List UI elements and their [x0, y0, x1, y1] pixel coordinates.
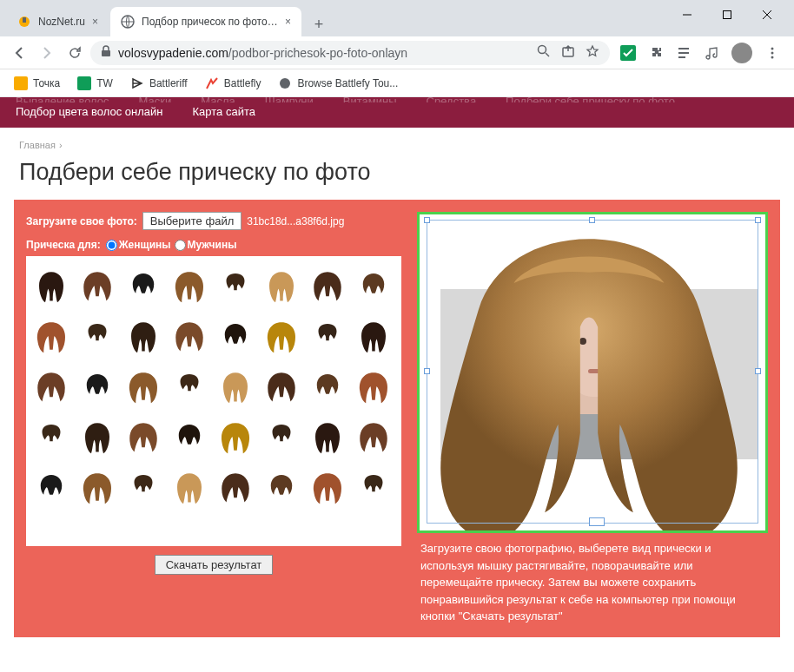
back-button[interactable] [7, 41, 31, 65]
hairstyle-thumbnail[interactable] [215, 312, 255, 360]
resize-handle[interactable] [424, 217, 430, 223]
bookmark-item[interactable]: Точка [7, 73, 67, 94]
svg-rect-7 [102, 50, 110, 56]
hairstyle-thumbnail[interactable] [215, 463, 255, 511]
hairstyle-thumbnail[interactable] [354, 261, 394, 310]
hairstyle-thumbnail[interactable] [123, 463, 163, 511]
hairstyle-thumbnail[interactable] [169, 463, 209, 511]
hairstyle-thumbnail[interactable] [77, 412, 117, 461]
hairstyle-thumbnail[interactable] [354, 412, 394, 461]
hairstyle-thumbnail[interactable] [261, 261, 301, 310]
file-choose-button[interactable]: Выберите файл [142, 212, 242, 230]
selection-box[interactable] [427, 220, 758, 524]
hairstyle-thumbnail[interactable] [308, 362, 347, 411]
hairstyle-thumbnail[interactable] [123, 261, 163, 310]
nav-item[interactable]: Маски [139, 97, 172, 102]
bookmark-star-icon[interactable] [586, 44, 599, 61]
profile-avatar[interactable] [731, 43, 752, 63]
nav-item[interactable]: Карта сайта [193, 102, 255, 121]
photo-preview[interactable] [417, 212, 768, 533]
hairstyle-thumbnail[interactable] [261, 362, 301, 411]
upload-label: Загрузите свое фото: [26, 215, 137, 227]
hairstyle-thumbnail[interactable] [123, 362, 163, 411]
hairstyle-thumbnail[interactable] [354, 463, 394, 511]
hairstyle-thumbnail[interactable] [31, 261, 71, 310]
hairstyle-thumbnail[interactable] [77, 362, 117, 411]
close-icon[interactable]: × [92, 16, 98, 28]
reading-list-icon[interactable] [676, 45, 691, 61]
hairstyle-thumbnail[interactable] [308, 463, 347, 511]
hairstyle-thumbnail[interactable] [169, 412, 209, 461]
forward-button[interactable] [35, 41, 59, 65]
hairstyle-thumbnail[interactable] [169, 362, 209, 411]
svg-point-20 [280, 78, 290, 89]
nav-item[interactable]: Подбор цвета волос онлайн [16, 102, 163, 121]
hairstyle-thumbnail[interactable] [169, 312, 209, 360]
uploaded-filename: 31bc18d...a38f6d.jpg [247, 215, 344, 227]
new-tab-button[interactable]: + [307, 12, 331, 36]
hairstyle-thumbnail[interactable] [31, 312, 71, 360]
hairstyle-thumbnail[interactable] [77, 312, 117, 360]
hairstyle-thumbnail[interactable] [77, 463, 117, 511]
hairstyle-thumbnail[interactable] [261, 312, 301, 360]
hairstyle-thumbnail[interactable] [77, 261, 117, 310]
nav-item[interactable]: Подбери себе прическу по фото [506, 97, 675, 102]
bookmark-item[interactable]: TW [70, 73, 120, 94]
hairstyle-thumbnail[interactable] [261, 412, 301, 461]
nav-item[interactable]: Витамины [343, 97, 397, 102]
hairstyle-thumbnail[interactable] [215, 362, 255, 411]
gender-women-radio[interactable] [106, 240, 117, 251]
menu-icon[interactable] [764, 45, 780, 61]
nav-item[interactable]: Шампуни [265, 97, 314, 102]
reload-button[interactable] [63, 41, 87, 65]
hairstyle-thumbnail[interactable] [308, 312, 347, 360]
search-icon[interactable] [537, 44, 551, 61]
hairstyle-thumbnail[interactable] [31, 463, 71, 511]
hairstyle-thumbnail[interactable] [169, 261, 209, 310]
bookmark-item[interactable]: Battleriff [123, 73, 195, 94]
breadcrumb-home[interactable]: Главная [19, 140, 56, 150]
nav-item[interactable]: Выпадение волос [16, 97, 109, 102]
hairstyle-thumbnail[interactable] [261, 463, 301, 511]
hairstyle-thumbnail[interactable] [215, 261, 255, 310]
share-icon[interactable] [561, 44, 575, 61]
hairstyle-thumbnail[interactable] [354, 362, 394, 411]
close-icon[interactable]: × [285, 16, 291, 28]
download-button[interactable]: Скачать результат [155, 555, 274, 575]
minimize-button[interactable] [667, 2, 707, 28]
resize-handle[interactable] [755, 368, 761, 374]
gender-women-label[interactable]: Женщины [119, 239, 171, 251]
resize-handle[interactable] [424, 368, 430, 374]
resize-handle[interactable] [755, 217, 761, 223]
hairstyle-thumbnail[interactable] [308, 412, 347, 461]
extensions-puzzle-icon[interactable] [648, 45, 664, 61]
hairstyle-thumbnail[interactable] [31, 362, 71, 411]
hairstyle-thumbnail[interactable] [215, 412, 255, 461]
hairstyle-thumbnail[interactable] [123, 312, 163, 360]
maximize-button[interactable] [707, 2, 747, 28]
svg-rect-4 [724, 11, 731, 19]
browser-tab-active[interactable]: Подбор причесок по фото онла × [110, 7, 301, 36]
browser-tab[interactable]: NozNet.ru × [7, 7, 109, 36]
gender-men-radio[interactable] [175, 240, 186, 251]
hairstyle-gallery[interactable] [26, 256, 401, 546]
gender-men-label[interactable]: Мужчины [188, 239, 237, 251]
hairstyle-thumbnail[interactable] [123, 412, 163, 461]
nav-item[interactable]: Масла [201, 97, 235, 102]
bookmark-item[interactable]: Battlefly [198, 73, 268, 94]
hairstyle-thumbnail[interactable] [308, 261, 347, 310]
page-title: Подбери себе прическу по фото [0, 154, 794, 200]
bookmark-item[interactable]: Browse Battlefy Tou... [271, 73, 405, 94]
close-window-button[interactable] [747, 2, 787, 28]
music-icon[interactable] [704, 45, 719, 61]
extension-check-icon[interactable] [620, 45, 636, 61]
extension-icons [613, 43, 787, 63]
resize-handle[interactable] [589, 517, 605, 526]
page-viewport[interactable]: Выпадение волос Маски Масла Шампуни Вита… [0, 97, 794, 672]
address-bar[interactable]: volosvypadenie.com/podbor-prichesok-po-f… [90, 41, 610, 65]
nav-item[interactable]: Средства [427, 97, 477, 102]
resize-handle[interactable] [589, 217, 595, 223]
bookmark-favicon [130, 76, 144, 90]
hairstyle-thumbnail[interactable] [31, 412, 71, 461]
hairstyle-thumbnail[interactable] [354, 312, 394, 360]
